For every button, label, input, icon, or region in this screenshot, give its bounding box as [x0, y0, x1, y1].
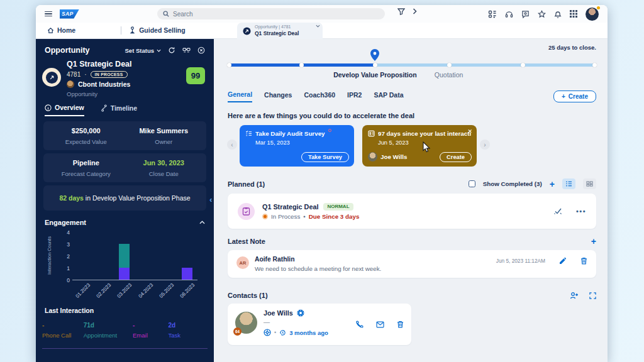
topbar-icon-cluster [488, 8, 599, 21]
tab-coach360[interactable]: Coach360 [304, 91, 335, 102]
active-tab-type: Opportunity | 4781 [255, 25, 299, 30]
chevron-right-icon[interactable] [413, 8, 417, 14]
mark-complete-icon[interactable] [553, 207, 562, 215]
contacts-section-header: Contacts (1) [228, 292, 596, 299]
org-icon[interactable] [182, 47, 191, 54]
desktop-background: SAP Home Guided Selling [0, 0, 644, 362]
set-status-label: Set Status [125, 47, 154, 54]
tab-guided-selling[interactable]: Guided Selling [123, 22, 192, 38]
list-view-icon[interactable] [562, 178, 575, 189]
info-icon [45, 104, 52, 111]
app-body: Opportunity Set Status Q1 Strategic Dea [36, 39, 608, 362]
planned-task-row[interactable]: Q1 Strategic Deal NORMAL In Process • Du… [228, 194, 596, 229]
active-tab-title: Q1 Strategic Deal [255, 30, 299, 37]
forecast-value: Pipeline [47, 159, 125, 167]
li-task-label: Task [168, 332, 208, 339]
edit-note-icon[interactable] [559, 257, 567, 265]
board-view-icon[interactable] [583, 178, 596, 189]
call-list-icon[interactable] [488, 10, 497, 18]
contact-card-icon [368, 130, 375, 137]
search-box[interactable] [157, 8, 385, 19]
contact-score-badge: 64 [233, 327, 242, 336]
star-icon[interactable] [538, 10, 546, 18]
tab-ipr2[interactable]: IPR2 [347, 91, 362, 102]
contact-separator: • [274, 329, 276, 336]
deal-score: 99 [186, 67, 205, 84]
filter-icon[interactable] [397, 8, 405, 15]
tab-home[interactable]: Home [41, 22, 82, 38]
account-name[interactable]: Cbont Industries [78, 80, 130, 88]
sidebar-collapse-handle[interactable]: ‹ [209, 195, 212, 204]
add-contact-icon[interactable] [570, 292, 579, 299]
take-survey-button[interactable]: Take Survey [301, 152, 349, 162]
expand-icon[interactable] [589, 292, 596, 299]
grid-icon[interactable] [570, 10, 577, 18]
dismiss-card-icon[interactable]: ✕ [467, 128, 472, 134]
bell-icon[interactable] [554, 10, 562, 18]
followup-suggestion-card[interactable]: ✕ 97 days since your last interacti... J… [362, 125, 477, 167]
user-avatar[interactable] [586, 8, 599, 21]
create-button[interactable]: + Create [553, 90, 596, 102]
search-input[interactable] [173, 11, 379, 18]
survey-card-date: Mar 15, 2023 [255, 140, 348, 146]
contact-name[interactable]: Joe Wills [264, 309, 293, 317]
headset-icon[interactable] [505, 10, 513, 18]
chevron-up-icon[interactable] [199, 221, 205, 224]
next-stage-label: Quotation [435, 71, 464, 79]
field-card: PipelineForecast Category Jun 30, 2023Cl… [43, 153, 206, 182]
tab-opportunity-active[interactable]: Opportunity | 4781 Q1 Strategic Deal [237, 23, 323, 39]
li-email-value: - [133, 322, 168, 329]
contact-empty-field: — [264, 319, 328, 326]
contact-card[interactable]: 64 Joe Wills — • 3 months ago [228, 304, 411, 345]
close-icon[interactable] [197, 47, 205, 54]
expected-value: $250,000 [47, 127, 125, 134]
contact-last-interaction[interactable]: 3 months ago [289, 329, 328, 336]
current-stage-pin-icon [370, 49, 379, 63]
forecast-label: Forecast Category [47, 170, 125, 177]
email-icon[interactable] [376, 321, 384, 328]
note-card: AR Aoife Rathlin We need to schedule a m… [228, 250, 596, 278]
tab-sap-data[interactable]: SAP Data [374, 91, 403, 102]
tab-overview[interactable]: Overview [45, 104, 84, 116]
carousel-right-arrow[interactable]: › [480, 140, 490, 150]
relationship-icon [264, 329, 271, 336]
contacts-title: Contacts (1) [228, 292, 268, 299]
delete-contact-icon[interactable] [397, 321, 404, 328]
tab-general[interactable]: General [228, 90, 252, 102]
timeline-icon [101, 104, 108, 112]
opportunity-sidebar: Opportunity Set Status Q1 Strategic Dea [36, 39, 214, 362]
menu-icon[interactable] [45, 11, 52, 17]
note-text: We need to schedule a meeting for next w… [255, 265, 496, 272]
add-task-icon[interactable]: + [550, 180, 555, 189]
home-icon [47, 27, 54, 34]
survey-suggestion-card[interactable]: Take Daily Audit Survey Mar 15, 2023 Tak… [240, 125, 354, 167]
set-status-button[interactable]: Set Status [125, 47, 161, 54]
tab-changes[interactable]: Changes [264, 91, 292, 102]
task-name: Q1 Strategic Deal [262, 203, 318, 211]
task-due: Due Since 3 days [309, 213, 360, 220]
chat-icon[interactable] [521, 10, 530, 18]
sidebar-header: Opportunity Set Status [45, 46, 205, 55]
sidebar-title: Opportunity [45, 46, 90, 55]
engagement-header: Engagement [45, 219, 205, 226]
phone-icon[interactable] [355, 321, 364, 329]
phase-days: 82 days [59, 194, 84, 202]
refresh-icon[interactable] [168, 47, 175, 54]
field-card: $250,000Expected Value Mike SummersOwner [43, 121, 206, 150]
in-process-status-icon [262, 214, 268, 219]
show-completed-label: Show Completed (3) [483, 180, 542, 187]
li-phone-call-label: Phone Call [42, 332, 84, 339]
li-appointment-value: 71d [84, 322, 133, 329]
suggestions-carousel: ‹ › Take Daily Audit Survey Mar 15, 2023… [228, 125, 596, 169]
add-note-icon[interactable]: + [591, 237, 596, 246]
tab-timeline[interactable]: Timeline [101, 104, 137, 116]
top-bar: SAP [36, 5, 608, 23]
chevron-down-icon[interactable] [316, 25, 320, 28]
navigation-tab-strip: Home Guided Selling Opportunity | 4781 Q… [36, 23, 608, 39]
create-followup-button[interactable]: Create [440, 152, 472, 162]
show-completed-checkbox[interactable] [469, 180, 475, 187]
engagement-bar-segment [182, 268, 192, 280]
delete-note-icon[interactable] [580, 257, 587, 265]
task-overflow-menu-icon[interactable]: ••• [576, 207, 586, 215]
carousel-left-arrow[interactable]: ‹ [227, 140, 237, 150]
